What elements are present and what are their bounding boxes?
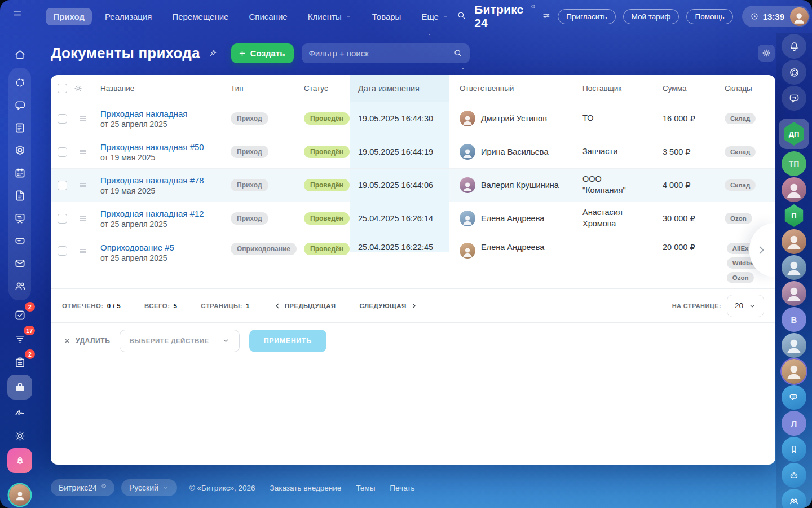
sidebar-item-mail[interactable] [8, 252, 31, 274]
drag-handle-icon[interactable] [78, 180, 88, 190]
sidebar-item-board[interactable] [8, 207, 31, 229]
apply-button[interactable]: ПРИМЕНИТЬ [249, 330, 326, 352]
time-tracker[interactable]: 13:39 [742, 6, 810, 27]
pin-icon[interactable] [208, 49, 218, 58]
sliders-icon[interactable] [542, 11, 551, 22]
next-page-button[interactable]: СЛЕДУЮЩАЯ [360, 302, 418, 310]
table-row[interactable]: Приходная накладная #12от 25 апреля 2025… [51, 202, 775, 235]
filter-search-icon[interactable] [453, 48, 463, 58]
rail-button-users[interactable] [782, 489, 806, 508]
select-all-checkbox[interactable] [58, 84, 67, 93]
sidebar-item-clipboard[interactable]: 2 [8, 351, 31, 374]
row-checkbox[interactable] [58, 181, 67, 190]
language-select[interactable]: Русский [121, 479, 177, 496]
prev-page-button[interactable]: ПРЕДЫДУЩАЯ [273, 302, 336, 310]
row-checkbox[interactable] [58, 214, 67, 224]
tab-клиенты[interactable]: Клиенты [301, 8, 359, 25]
sidebar-item-messenger[interactable] [8, 94, 31, 116]
page-settings-button[interactable] [758, 45, 775, 62]
document-link[interactable]: Оприходование #5 [100, 243, 174, 252]
sidebar-item-hexring[interactable] [8, 139, 31, 161]
rail-chat-ТП[interactable]: ТП [782, 151, 806, 176]
drag-handle-icon[interactable] [78, 213, 88, 224]
rail-chat-П[interactable]: П [782, 203, 806, 228]
filter-search-input[interactable] [308, 49, 453, 58]
table-row[interactable]: Приходная накладнаяот 25 апреля 2025Прих… [51, 102, 775, 135]
document-link[interactable]: Приходная накладная #78 [100, 176, 204, 185]
column-header-status[interactable]: Статус [293, 84, 350, 93]
rail-bot-avatar[interactable] [782, 463, 806, 488]
hamburger-menu-icon[interactable] [12, 9, 22, 24]
row-checkbox[interactable] [58, 114, 67, 124]
tab-списание[interactable]: Списание [241, 8, 294, 25]
rail-user-avatar[interactable] [782, 281, 806, 306]
sidebar-item-document[interactable] [8, 184, 31, 207]
my-plan-button[interactable]: Мой тариф [623, 9, 679, 24]
column-header-supplier[interactable]: Поставщик [572, 84, 652, 93]
sidebar-item-rocket[interactable] [7, 448, 32, 473]
responsible-avatar[interactable] [460, 144, 475, 160]
column-header-warehouses[interactable]: Склады [714, 84, 775, 93]
rail-button-chat-arrows[interactable] [782, 86, 806, 111]
create-button[interactable]: Создать [231, 43, 294, 63]
sidebar-item-gear[interactable] [8, 424, 31, 447]
rail-user-avatar[interactable] [782, 229, 806, 254]
drag-handle-icon[interactable] [78, 246, 88, 256]
delete-button[interactable]: УДАЛИТЬ [63, 337, 110, 345]
column-header-responsible[interactable]: Ответственный [449, 84, 572, 93]
sidebar-item-home[interactable] [8, 43, 31, 65]
filter-search-box[interactable] [302, 43, 470, 63]
sidebar-item-calendar[interactable] [8, 161, 31, 184]
tab-реализация[interactable]: Реализация [98, 8, 159, 25]
grid-settings-gear-icon[interactable] [73, 84, 83, 93]
responsible-avatar[interactable] [460, 243, 475, 259]
drag-handle-icon[interactable] [78, 147, 88, 157]
tab-товары[interactable]: Товары [365, 8, 409, 25]
column-header-type[interactable]: Тип [220, 84, 293, 93]
document-link[interactable]: Приходная накладная [100, 109, 187, 119]
help-button[interactable]: Помощь [686, 9, 732, 24]
invite-button[interactable]: Пригласить [558, 9, 615, 24]
rail-button-chat-bubbles[interactable] [782, 385, 806, 410]
footer-brand-button[interactable]: Битрикс24 [51, 479, 114, 496]
tab-приход[interactable]: Приход [46, 8, 92, 25]
rail-chat-В[interactable]: В [782, 307, 806, 332]
rail-user-avatar[interactable] [782, 177, 806, 202]
rail-button-copilot[interactable] [782, 60, 806, 85]
sidebar-item-store[interactable] [7, 375, 32, 400]
rail-user-avatar[interactable] [782, 255, 806, 280]
rail-user-avatar[interactable] [782, 359, 806, 384]
document-link[interactable]: Приходная накладная #12 [100, 209, 204, 218]
per-page-select[interactable]: 20 [727, 295, 764, 317]
footer-link-themes[interactable]: Темы [356, 484, 375, 492]
row-checkbox[interactable] [58, 147, 67, 157]
search-icon[interactable] [456, 10, 466, 23]
rail-button-bell[interactable] [782, 34, 806, 59]
sidebar-item-feed[interactable] [8, 116, 31, 139]
rail-user-avatar[interactable] [782, 333, 806, 358]
responsible-avatar[interactable] [460, 211, 475, 226]
responsible-avatar[interactable] [460, 177, 475, 193]
tab-перемещение[interactable]: Перемещение [165, 8, 236, 25]
sidebar-item-people[interactable] [8, 274, 31, 297]
user-avatar[interactable] [790, 7, 809, 26]
row-checkbox[interactable] [58, 246, 67, 256]
document-link[interactable]: Приходная накладная #50 [100, 142, 204, 152]
column-header-amount[interactable]: Сумма [652, 84, 714, 93]
sidebar-item-pulse[interactable] [8, 71, 31, 94]
action-select[interactable]: ВЫБЕРИТЕ ДЕЙСТВИЕ [120, 330, 239, 352]
sidebar-item-drive[interactable] [8, 229, 31, 252]
table-row[interactable]: Оприходование #5от 25 апреля 2025Оприход… [51, 235, 775, 288]
column-header-name[interactable]: Название [92, 84, 220, 93]
footer-link-print[interactable]: Печать [390, 484, 414, 492]
table-row[interactable]: Приходная накладная #78от 19 мая 2025При… [51, 168, 775, 202]
profile-avatar[interactable] [9, 484, 30, 506]
sidebar-item-tasks[interactable]: 2 [8, 304, 31, 326]
drag-handle-icon[interactable] [78, 113, 88, 124]
rail-chat-ДП-active[interactable]: ДП [779, 119, 809, 149]
sidebar-item-funnel[interactable]: 17 [8, 327, 31, 350]
responsible-avatar[interactable] [460, 111, 475, 126]
table-row[interactable]: Приходная накладная #50от 19 мая 2025При… [51, 135, 775, 168]
rail-chat-Л[interactable]: Л [782, 411, 806, 436]
sidebar-item-signature[interactable] [8, 401, 31, 423]
